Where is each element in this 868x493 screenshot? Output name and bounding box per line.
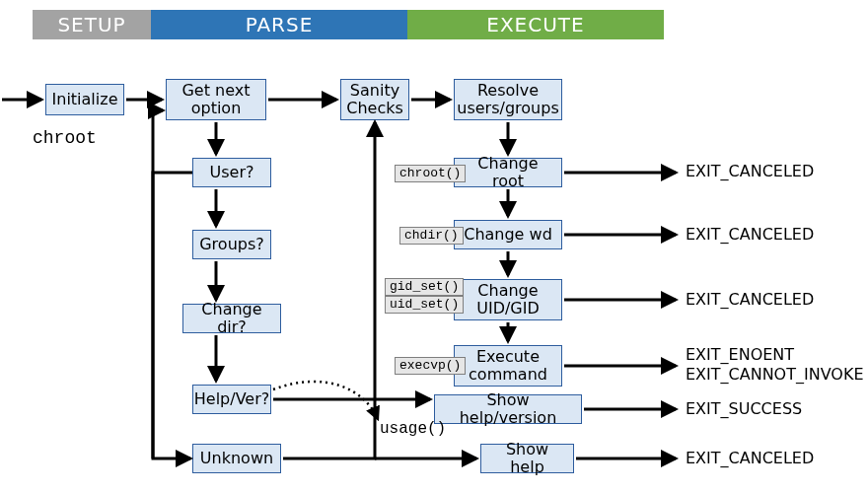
exit-change-uidgid: EXIT_CANCELED (686, 290, 814, 310)
node-user-q: User? (192, 158, 271, 187)
node-show-help: Show help (480, 444, 574, 473)
exit-change-wd: EXIT_CANCELED (686, 225, 814, 245)
node-unknown: Unknown (192, 444, 281, 473)
node-show-help-version: Show help/version (434, 394, 582, 424)
node-execute-command: Execute command (454, 345, 562, 387)
phase-setup: SETUP (33, 10, 151, 39)
exit-show-help-version: EXIT_SUCCESS (686, 399, 802, 419)
node-resolve-users-groups: Resolve users/groups (454, 79, 562, 120)
exit-execute-command: EXIT_ENOENT EXIT_CANNOT_INVOKE (686, 345, 864, 385)
syscall-uid-set: uid_set() (385, 296, 464, 314)
program-name: chroot (33, 128, 97, 148)
syscall-execvp: execvp() (395, 357, 466, 375)
exit-show-help: EXIT_CANCELED (686, 449, 814, 468)
syscall-chdir: chdir() (399, 227, 464, 245)
node-get-next-option: Get next option (166, 79, 266, 120)
diagram-canvas: SETUP PARSE EXECUTE chroot Initialize Ge… (0, 0, 868, 493)
syscall-chroot: chroot() (395, 165, 466, 182)
phase-parse: PARSE (151, 10, 407, 39)
phase-banner: SETUP PARSE EXECUTE (33, 10, 664, 39)
node-helpver-q: Help/Ver? (192, 385, 271, 414)
usage-label: usage() (380, 419, 446, 439)
phase-execute: EXECUTE (407, 10, 664, 39)
exit-change-root: EXIT_CANCELED (686, 162, 814, 181)
node-change-wd: Change wd (454, 220, 562, 249)
node-change-uidgid: Change UID/GID (454, 279, 562, 320)
syscall-gid-set: gid_set() (385, 278, 464, 296)
node-sanity-checks: Sanity Checks (340, 79, 409, 120)
node-change-root: Change root (454, 158, 562, 187)
node-groups-q: Groups? (192, 230, 271, 259)
node-initialize: Initialize (45, 84, 124, 115)
node-changedir-q: Change dir? (182, 304, 281, 333)
